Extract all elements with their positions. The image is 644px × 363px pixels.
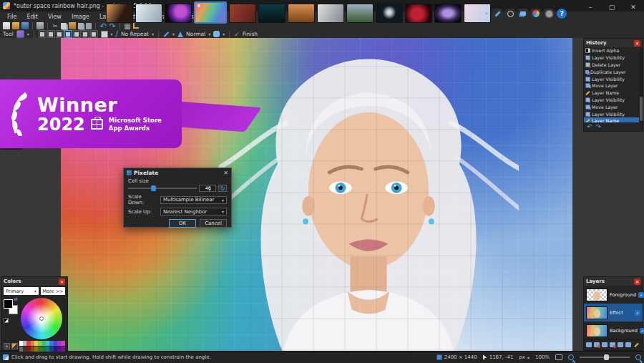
scale-up-select[interactable]: Nearest Neighbor ▾ xyxy=(160,208,227,216)
history-item-selected[interactable]: Layer Name xyxy=(584,117,639,122)
thumbnail-valley[interactable] xyxy=(346,4,374,23)
selection-mode-1[interactable] xyxy=(39,30,47,38)
add-layer-icon[interactable] xyxy=(586,342,592,347)
layer-visible-checkbox[interactable]: ✓ xyxy=(635,310,640,316)
maximize-button[interactable]: ▢ xyxy=(601,0,623,14)
more-button[interactable]: More >> xyxy=(41,287,65,295)
dialog-close-icon[interactable]: ✕ xyxy=(223,170,228,176)
thumbnail-red-texture[interactable] xyxy=(229,4,256,23)
minimize-button[interactable]: – xyxy=(580,0,601,14)
crop-icon[interactable] xyxy=(133,23,139,29)
layers-panel-toggle-icon[interactable] xyxy=(518,9,528,19)
finish-button[interactable]: Finish xyxy=(243,31,258,37)
pen-style-icon[interactable] xyxy=(164,32,170,37)
open-file-icon[interactable] xyxy=(12,22,19,29)
move-layer-down-icon[interactable] xyxy=(625,342,631,347)
ok-button[interactable]: OK xyxy=(169,219,196,228)
cell-size-slider-thumb[interactable] xyxy=(151,185,156,191)
merge-layer-icon[interactable] xyxy=(610,342,615,347)
colors-close-icon[interactable]: ✕ xyxy=(59,279,65,285)
duplicate-layer-icon[interactable] xyxy=(602,342,608,347)
new-file-icon[interactable] xyxy=(3,22,10,29)
layer-row-background[interactable]: Background ✓ xyxy=(584,321,643,339)
tool-dropdown-icon[interactable]: ▾ xyxy=(27,32,29,37)
delete-layer-icon[interactable] xyxy=(594,342,600,347)
menu-view[interactable]: View xyxy=(44,12,66,21)
current-tool-icon[interactable] xyxy=(16,30,24,38)
selection-mode-6[interactable] xyxy=(82,30,89,38)
copy-icon[interactable] xyxy=(61,23,67,29)
thumbnail-rainbow-hair-selected[interactable] xyxy=(194,1,227,24)
save-icon[interactable] xyxy=(21,22,29,29)
history-scrollbar[interactable] xyxy=(640,47,643,122)
repeat-mode-dropdown-icon[interactable]: ▾ xyxy=(152,32,154,37)
primary-color-swatch[interactable] xyxy=(4,299,13,309)
selection-mode-5[interactable] xyxy=(73,30,81,38)
add-color-icon[interactable]: + xyxy=(4,343,10,349)
color-palette[interactable] xyxy=(19,341,65,352)
reset-button[interactable]: ↻ xyxy=(218,185,227,192)
redo-icon[interactable]: ↷ xyxy=(596,124,602,130)
history-item[interactable]: Layer Visibility xyxy=(584,97,639,104)
paste-new-icon[interactable] xyxy=(86,23,92,29)
repeat-mode-value[interactable]: No Repeat xyxy=(121,31,149,37)
recent-color-swatch[interactable] xyxy=(11,343,18,349)
colors-panel-toggle-icon[interactable] xyxy=(531,9,541,19)
selection-mode-2[interactable] xyxy=(47,30,55,38)
settings-icon[interactable] xyxy=(544,9,554,19)
close-button[interactable]: ✕ xyxy=(623,0,644,14)
color-preset-select[interactable]: Primary ▾ xyxy=(4,287,39,295)
zoom-slider[interactable] xyxy=(580,354,630,360)
tools-panel-toggle-icon[interactable] xyxy=(492,9,502,19)
blend-mode-value[interactable]: Normal xyxy=(186,31,205,37)
menu-image[interactable]: Image xyxy=(67,12,94,21)
history-item[interactable]: Layer Visibility xyxy=(584,54,639,62)
fill-style-dropdown-icon[interactable]: ▾ xyxy=(111,32,113,37)
fill-style-icon[interactable] xyxy=(101,31,108,38)
dialog-titlebar[interactable]: Pixelate ✕ xyxy=(124,168,231,178)
thumbnail-rose[interactable] xyxy=(405,4,432,23)
layer-row-effect-selected[interactable]: Effect ✓ xyxy=(584,304,643,321)
zoom-slider-thumb[interactable] xyxy=(604,354,609,360)
zoom-out-icon[interactable] xyxy=(568,354,574,360)
cell-size-slider[interactable] xyxy=(128,185,197,191)
thumbnail-wolf[interactable] xyxy=(317,4,344,23)
history-item[interactable]: Invert Alpha xyxy=(584,47,639,54)
thumbnail-interior[interactable] xyxy=(106,4,133,23)
thumbnail-night-city[interactable] xyxy=(258,4,286,23)
pen-style-dropdown-icon[interactable]: ▾ xyxy=(172,32,175,37)
antialias-icon[interactable] xyxy=(213,31,220,37)
antialias-dropdown-icon[interactable]: ▾ xyxy=(223,32,225,37)
menu-edit[interactable]: Edit xyxy=(22,12,42,21)
scale-down-select[interactable]: Multisample Bilinear ▾ xyxy=(160,196,227,204)
move-layer-up-icon[interactable] xyxy=(618,342,623,347)
history-panel-toggle-icon[interactable] xyxy=(505,9,515,19)
print-icon[interactable] xyxy=(36,22,44,29)
color-wheel[interactable] xyxy=(21,298,62,339)
history-item[interactable]: Delete Layer xyxy=(584,62,639,69)
thumbnail-purple-arc[interactable] xyxy=(165,4,192,23)
swap-colors-icon[interactable]: ⇄ xyxy=(14,296,18,302)
help-icon[interactable]: ? xyxy=(557,9,567,19)
undo-icon[interactable]: ↶ xyxy=(587,124,592,130)
thumbnail-moon[interactable] xyxy=(376,4,403,23)
layers-close-icon[interactable]: ✕ xyxy=(634,279,640,285)
zoom-in-icon[interactable] xyxy=(635,354,641,360)
default-colors-icon[interactable] xyxy=(4,318,9,323)
blend-mode-dropdown-icon[interactable]: ▾ xyxy=(208,32,210,37)
layer-row-foreground[interactable]: Foreground ✓ xyxy=(584,286,643,304)
paste-icon[interactable] xyxy=(69,22,76,29)
copy-merged-icon[interactable] xyxy=(78,23,84,29)
cancel-button[interactable]: Cancel xyxy=(200,219,227,228)
history-item[interactable]: Move Layer xyxy=(584,103,639,110)
menu-file[interactable]: File xyxy=(3,12,21,21)
thumbnail-aurora[interactable] xyxy=(434,4,462,23)
unit-dropdown-icon[interactable]: ▾ xyxy=(527,355,530,360)
selection-mode-7[interactable] xyxy=(90,30,98,38)
cut-icon[interactable]: ✂ xyxy=(52,22,59,29)
layer-properties-icon[interactable] xyxy=(633,342,639,347)
layer-visible-checkbox[interactable]: ✓ xyxy=(640,328,644,334)
history-close-icon[interactable]: ✕ xyxy=(634,40,640,47)
history-item[interactable]: Layer Visibility xyxy=(584,110,639,117)
history-item[interactable]: Move Layer xyxy=(584,82,639,89)
